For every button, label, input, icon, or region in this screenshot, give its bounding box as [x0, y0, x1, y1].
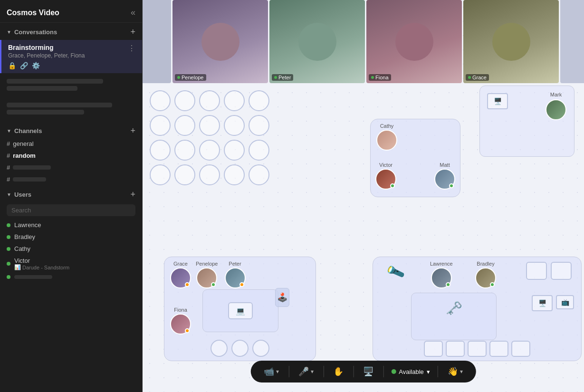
status-chevron: ▾ — [427, 368, 430, 375]
users-section: ▼ Users + Lawrence Bradley Cathy — [0, 185, 142, 392]
hand-icon: ✋ — [333, 366, 344, 377]
user-victor[interactable]: Victor 📊 Darude - Sandstorm — [0, 255, 142, 273]
video-cell-partial-right — [560, 0, 584, 83]
mic-button[interactable]: 🎤 ▾ — [297, 365, 316, 378]
channel-placeholder-1[interactable]: # — [0, 162, 142, 173]
chair — [224, 164, 245, 185]
lawrence-office-label: Lawrence — [430, 261, 453, 267]
bradley-office-avatar — [475, 268, 496, 288]
office-monitor-1: 🖥️ — [532, 295, 553, 311]
username-victor: Victor — [14, 257, 69, 264]
channels-section-header[interactable]: ▼ Channels + — [0, 122, 142, 138]
lawrence-office-avatar — [431, 268, 452, 288]
users-chevron: ▼ — [7, 192, 11, 197]
settings-icon: ⚙️ — [32, 62, 40, 69]
toolbar-divider-1 — [288, 366, 289, 377]
user-bradley[interactable]: Bradley — [0, 231, 142, 243]
joystick-icon: 🕹️ — [275, 288, 289, 307]
collapse-button[interactable]: « — [131, 8, 135, 18]
grace-classroom-avatar — [170, 268, 191, 288]
chair — [150, 115, 171, 136]
channel-placeholder-1-label — [13, 164, 51, 171]
toolbar-divider-2 — [323, 366, 324, 377]
channels-label: Channels — [14, 127, 42, 134]
search-input[interactable] — [7, 204, 135, 216]
chair — [249, 164, 269, 185]
add-user-button[interactable]: + — [130, 190, 135, 199]
mic-chevron: ▾ — [311, 368, 314, 375]
camera-chevron: ▾ — [276, 368, 279, 375]
status-label: Available — [399, 368, 424, 375]
user-cathy[interactable]: Cathy — [0, 243, 142, 255]
chair — [424, 341, 443, 357]
add-conversation-button[interactable]: + — [130, 28, 135, 36]
channel-general[interactable]: # general — [0, 138, 142, 150]
fiona-classroom-label: Fiona — [174, 307, 187, 313]
video-cell-fiona: Fiona — [366, 0, 462, 83]
mark-avatar — [546, 99, 566, 120]
chair — [551, 262, 572, 280]
video-label-peter: Peter — [272, 74, 293, 81]
users-section-header[interactable]: ▼ Users + — [0, 185, 142, 201]
chair — [211, 340, 228, 357]
mark-area: Mark 🖥️ — [479, 86, 574, 157]
victor-status: 📊 Darude - Sandstorm — [14, 264, 69, 270]
active-conversation[interactable]: Brainstorming Grace, Penelope, Peter, Fi… — [0, 40, 142, 73]
video-strip: Penelope Peter Fiona — [143, 0, 584, 83]
mark-monitor: 🖥️ — [487, 93, 508, 109]
peter-classroom-avatar — [225, 268, 246, 288]
monitor-icon-2: 🖥️ — [532, 295, 553, 311]
video-label-fiona: Fiona — [369, 74, 391, 81]
cathy-label: Cathy — [380, 123, 394, 129]
app-title: Cosmos Video — [7, 9, 59, 17]
office-monitor-2: 📺 — [556, 295, 574, 309]
penelope-classroom-label: Penelope — [196, 261, 218, 267]
channel-placeholder-2-label — [13, 176, 46, 183]
chair — [174, 140, 195, 161]
conversation-menu-icon[interactable]: ⋮ — [128, 44, 135, 53]
peter-online-dot — [274, 76, 277, 79]
conversations-section-header[interactable]: ▼ Conversations + — [0, 23, 142, 39]
toolbar-divider-4 — [383, 366, 383, 377]
channel-placeholder-2[interactable]: # — [0, 173, 142, 185]
hash-icon-2: # — [7, 152, 10, 159]
online-indicator-bradley — [7, 235, 10, 239]
chair — [174, 115, 195, 136]
chair — [468, 341, 487, 357]
chair — [249, 90, 269, 111]
classroom-people: Grace Penelope Peter — [164, 257, 316, 288]
hash-icon-4: # — [7, 176, 10, 183]
add-channel-button[interactable]: + — [130, 126, 135, 135]
chair — [231, 340, 249, 357]
classroom-room: Grace Penelope Peter Fiona — [164, 257, 316, 361]
chair — [252, 340, 269, 357]
chair — [224, 90, 245, 111]
username-cathy: Cathy — [14, 245, 30, 252]
users-label: Users — [14, 191, 31, 198]
screenshare-button[interactable]: 🖥️ — [361, 365, 375, 378]
fiona-classroom-avatar — [170, 314, 191, 335]
mark-label: Mark — [550, 92, 562, 97]
camera-button[interactable]: 📹 ▾ — [262, 365, 281, 378]
penelope-classroom-avatar — [196, 268, 217, 288]
video-label-penelope: Penelope — [175, 74, 206, 81]
conversation-members: Grace, Penelope, Peter, Fiona — [8, 52, 85, 59]
video-cell-penelope: Penelope — [172, 0, 268, 83]
user-placeholder[interactable] — [0, 273, 142, 281]
wave-button[interactable]: 👋 ▾ — [446, 365, 465, 378]
matt-label: Matt — [440, 162, 450, 168]
online-indicator-victor — [7, 262, 10, 266]
conversations-chevron: ▼ — [7, 29, 11, 35]
chair — [224, 115, 245, 136]
status-button[interactable]: Available ▾ — [391, 368, 430, 375]
grace-classroom-label: Grace — [173, 261, 188, 267]
lamp-icon: 🔦 — [385, 262, 406, 282]
office-chairs-top — [526, 262, 572, 280]
wave-icon: 👋 — [448, 366, 458, 377]
channel-random[interactable]: # random — [0, 150, 142, 162]
wave-chevron: ▾ — [460, 368, 463, 375]
chair — [150, 90, 171, 111]
placeholder-conversation-2 — [0, 99, 142, 121]
hand-button[interactable]: ✋ — [331, 365, 345, 378]
user-lawrence[interactable]: Lawrence — [0, 219, 142, 231]
